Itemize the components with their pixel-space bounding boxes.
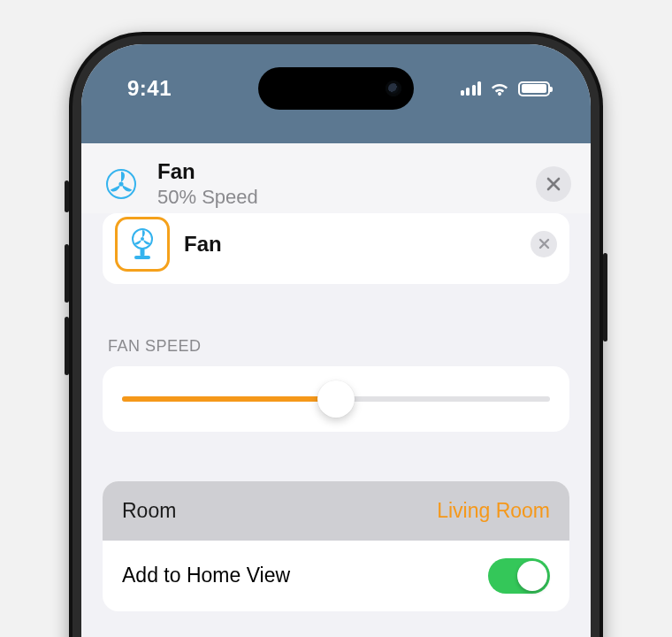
battery-icon: [518, 81, 550, 96]
fan-speed-slider[interactable]: [122, 396, 550, 402]
close-icon: [538, 238, 550, 249]
wifi-icon: [489, 81, 510, 96]
room-label: Room: [122, 499, 437, 523]
sheet-title: Fan: [157, 159, 518, 184]
close-icon: [546, 176, 561, 192]
slider-thumb[interactable]: [317, 380, 355, 418]
accessory-tile[interactable]: Fan: [103, 213, 569, 284]
svg-point-3: [141, 237, 144, 241]
sheet-subtitle: 50% Speed: [157, 186, 518, 209]
toggle-knob: [517, 561, 547, 591]
status-time: 9:41: [127, 76, 172, 101]
fan-icon: [103, 165, 140, 203]
cellular-icon: [461, 81, 482, 96]
home-view-row: Add to Home View: [103, 541, 569, 611]
home-view-label: Add to Home View: [122, 564, 488, 587]
fan-speed-section-label: FAN SPEED: [108, 337, 564, 356]
fan-icon: [115, 217, 170, 272]
status-bar: 9:41: [81, 44, 591, 143]
svg-rect-5: [134, 256, 150, 259]
home-view-toggle[interactable]: [488, 558, 550, 594]
accessory-tile-title: Fan: [184, 232, 516, 257]
room-row[interactable]: Room Living Room: [103, 481, 569, 541]
slider-fill: [122, 396, 336, 402]
remove-tile-button[interactable]: [531, 231, 557, 257]
svg-rect-4: [141, 249, 145, 256]
close-button[interactable]: [536, 166, 571, 202]
room-value: Living Room: [437, 499, 550, 523]
